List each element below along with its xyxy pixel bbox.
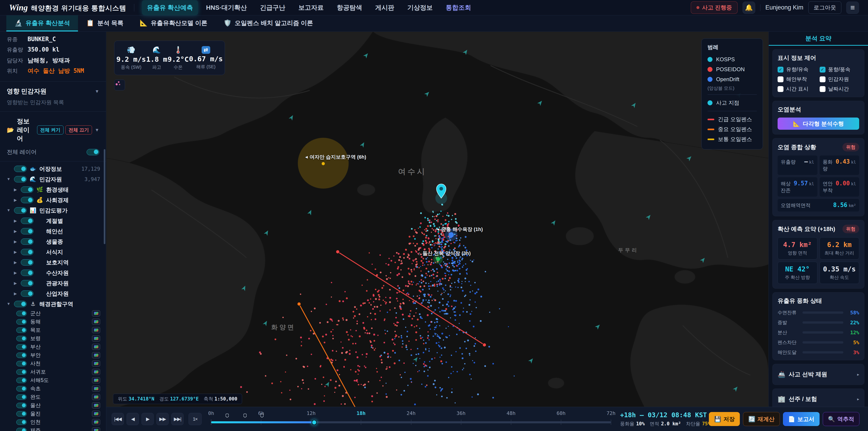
region-map-image-button[interactable] [92, 361, 100, 367]
impact-section-header[interactable]: 영향 민감자원 ▼ [0, 84, 106, 99]
tree-caret-icon[interactable]: ▼ [6, 302, 11, 306]
layer-toggle[interactable] [14, 207, 27, 214]
chevron-down-icon[interactable]: ▼ [95, 89, 99, 94]
region-toggle[interactable] [16, 428, 27, 431]
region-map-image-button[interactable] [92, 411, 100, 417]
region-map-image-button[interactable] [92, 319, 100, 325]
vessel-spec-card[interactable]: 🚢 사고 선박 제원 ▸ [772, 364, 864, 385]
region-map-image-button[interactable] [92, 327, 100, 333]
playback-speed-button[interactable]: 1× [188, 413, 202, 425]
chevron-down-icon[interactable]: ▼ [95, 127, 99, 133]
layer-toggle[interactable] [14, 176, 27, 182]
particle-style-tool-button[interactable] [114, 80, 125, 90]
hamburger-menu-button[interactable]: ≡ [846, 2, 859, 14]
notifications-button[interactable]: 🔔 [743, 2, 755, 14]
tree-caret-icon[interactable]: ▶ [13, 239, 18, 244]
nav-item[interactable]: 게시판 [370, 0, 399, 15]
display-checkbox-row[interactable]: 날짜시간 [819, 86, 860, 92]
region-toggle[interactable] [16, 336, 27, 341]
region-toggle[interactable] [16, 352, 27, 358]
tree-caret-icon[interactable]: ▶ [13, 281, 18, 286]
region-map-image-button[interactable] [92, 344, 100, 350]
region-toggle[interactable] [16, 319, 27, 325]
sub-tab[interactable]: 📋 분석 목록 [78, 16, 131, 31]
region-toggle[interactable] [16, 344, 27, 350]
report-button[interactable]: 📄 보고서 [783, 412, 819, 426]
nav-item[interactable]: 통합조회 [441, 0, 476, 15]
tree-caret-icon[interactable]: ▼ [6, 208, 11, 213]
sub-tab[interactable]: 🛡️ 오일펜스 배치 알고리즘 이론 [215, 16, 321, 31]
region-toggle[interactable] [16, 378, 27, 383]
display-checkbox-row[interactable]: 해안부착 [778, 76, 817, 83]
region-map-image-button[interactable] [92, 427, 100, 431]
tree-caret-icon[interactable]: ▶ [13, 291, 18, 296]
layer-toggle[interactable] [21, 239, 33, 245]
region-map-image-button[interactable] [92, 310, 100, 316]
tree-caret-icon[interactable]: ▶ [13, 219, 18, 223]
checkbox-icon[interactable] [778, 86, 783, 92]
sidebar-scrollbar[interactable] [104, 149, 105, 244]
display-checkbox-row[interactable]: 풍향/풍속 [819, 66, 860, 73]
layer-toggle[interactable] [21, 218, 33, 224]
tree-caret-icon[interactable]: ▶ [13, 271, 18, 275]
tree-caret-icon[interactable]: ▶ [13, 187, 18, 192]
region-map-image-button[interactable] [92, 377, 100, 383]
layer-toggle[interactable] [21, 197, 33, 203]
chevron-right-icon[interactable]: ▸ [857, 397, 859, 402]
sub-tab[interactable]: 🔬 유출유 확산분석 [6, 16, 78, 31]
region-map-image-button[interactable] [92, 335, 100, 341]
transport-button[interactable]: ▶▶| [171, 413, 184, 425]
transport-button[interactable]: ◀ [127, 413, 139, 425]
region-toggle[interactable] [16, 403, 27, 408]
region-map-image-button[interactable] [92, 352, 100, 358]
region-toggle[interactable] [16, 420, 27, 425]
layer-toggle[interactable] [21, 228, 33, 235]
tree-caret-icon[interactable]: ▶ [13, 260, 18, 265]
map-canvas[interactable]: 여수시화양면두무리◀여자만 습지보호구역 (6h)◀중흥 해수욕장 (1h)△돌… [106, 32, 769, 407]
region-toggle[interactable] [16, 394, 27, 400]
chevron-right-icon[interactable]: ▸ [857, 372, 859, 377]
save-button[interactable]: 💾 저장 [709, 412, 740, 426]
nav-item[interactable]: 항공탐색 [332, 0, 367, 15]
tree-caret-icon[interactable]: ▶ [13, 250, 18, 254]
nav-item[interactable]: 유출유 확산예측 [142, 0, 198, 15]
checkbox-icon[interactable] [819, 67, 826, 72]
display-checkbox-row[interactable]: 유향/유속 [778, 66, 817, 73]
region-map-image-button[interactable] [92, 419, 100, 425]
panel-header-tab[interactable]: 분석 요약 [769, 32, 868, 45]
display-checkbox-row[interactable]: 시간 표시 [778, 86, 817, 92]
layer-toggle[interactable] [21, 290, 33, 297]
layer-toggle[interactable] [21, 280, 33, 286]
checkbox-icon[interactable] [819, 76, 826, 82]
region-toggle[interactable] [16, 328, 27, 333]
all-layers-on-button[interactable]: 전체 켜기 [37, 125, 64, 134]
tree-caret-icon[interactable]: ▶ [13, 229, 18, 234]
layer-toggle[interactable] [21, 259, 33, 266]
all-layers-off-button[interactable]: 전체 끄기 [65, 125, 92, 134]
region-map-image-button[interactable] [92, 369, 100, 375]
region-map-image-button[interactable] [92, 402, 100, 408]
region-toggle[interactable] [16, 386, 27, 392]
checkbox-icon[interactable] [778, 67, 783, 72]
region-map-image-button[interactable] [92, 386, 100, 392]
region-toggle[interactable] [16, 411, 27, 417]
nav-item[interactable]: 긴급구난 [255, 0, 290, 15]
region-toggle[interactable] [16, 311, 27, 316]
layer-toggle[interactable] [21, 249, 33, 255]
transport-button[interactable]: |◀◀ [112, 413, 124, 425]
checkbox-icon[interactable] [778, 76, 783, 82]
sub-tab[interactable]: 📐 유출유확산모델 이론 [131, 16, 215, 31]
tree-caret-icon[interactable]: ▶ [13, 198, 18, 203]
transport-button[interactable]: ▶▶ [156, 413, 168, 425]
nav-item[interactable]: HNS·대기확산 [201, 0, 252, 15]
layer-toggle[interactable] [21, 270, 33, 276]
region-toggle[interactable] [16, 361, 27, 366]
region-toggle[interactable] [16, 369, 27, 375]
recalculate-button[interactable]: 🔄 재계산 [743, 412, 780, 426]
master-layer-toggle[interactable] [87, 149, 99, 155]
nav-item[interactable]: 기상정보 [402, 0, 438, 15]
region-map-image-button[interactable] [92, 394, 100, 400]
owner-insurance-card[interactable]: 🏢 선주 / 보험 ▸ [772, 389, 864, 407]
timeline-handle[interactable] [311, 420, 317, 425]
layer-toggle[interactable] [21, 186, 33, 193]
